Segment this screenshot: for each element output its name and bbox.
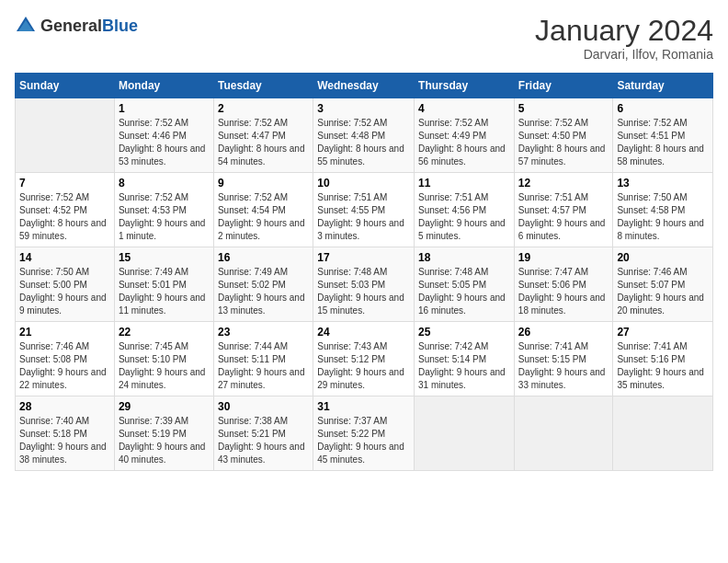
header-cell-thursday: Thursday (415, 74, 515, 98)
day-info: Sunrise: 7:52 AMSunset: 4:53 PMDaylight:… (119, 191, 210, 243)
day-number: 16 (218, 251, 309, 264)
day-info: Sunrise: 7:38 AMSunset: 5:21 PMDaylight:… (218, 415, 309, 466)
calendar-cell: 21Sunrise: 7:46 AMSunset: 5:08 PMDayligh… (16, 322, 115, 396)
day-info: Sunrise: 7:39 AMSunset: 5:19 PMDaylight:… (119, 415, 210, 466)
calendar-cell: 3Sunrise: 7:52 AMSunset: 4:48 PMDaylight… (313, 98, 415, 173)
header-cell-wednesday: Wednesday (313, 74, 415, 98)
day-number: 27 (617, 326, 709, 339)
day-info: Sunrise: 7:52 AMSunset: 4:49 PMDaylight:… (418, 117, 510, 168)
calendar-cell: 26Sunrise: 7:41 AMSunset: 5:15 PMDayligh… (514, 322, 613, 396)
location-subtitle: Darvari, Ilfov, Romania (535, 47, 713, 62)
logo: GeneralBlue (15, 15, 138, 37)
month-year-title: January 2024 (535, 15, 713, 47)
day-info: Sunrise: 7:51 AMSunset: 4:57 PMDaylight:… (518, 191, 609, 243)
calendar-cell (415, 396, 515, 471)
day-number: 17 (317, 251, 410, 264)
day-info: Sunrise: 7:52 AMSunset: 4:52 PMDaylight:… (19, 191, 110, 243)
week-row-1: 1Sunrise: 7:52 AMSunset: 4:46 PMDaylight… (16, 98, 713, 173)
calendar-cell: 16Sunrise: 7:49 AMSunset: 5:02 PMDayligh… (213, 247, 313, 322)
day-info: Sunrise: 7:50 AMSunset: 5:00 PMDaylight:… (19, 266, 110, 317)
week-row-3: 14Sunrise: 7:50 AMSunset: 5:00 PMDayligh… (16, 247, 713, 322)
day-info: Sunrise: 7:41 AMSunset: 5:15 PMDaylight:… (518, 340, 609, 392)
calendar-cell: 2Sunrise: 7:52 AMSunset: 4:47 PMDaylight… (213, 98, 313, 173)
day-info: Sunrise: 7:46 AMSunset: 5:08 PMDaylight:… (19, 340, 110, 392)
calendar-cell: 24Sunrise: 7:43 AMSunset: 5:12 PMDayligh… (313, 322, 415, 396)
calendar-cell (514, 396, 613, 471)
week-row-2: 7Sunrise: 7:52 AMSunset: 4:52 PMDaylight… (16, 173, 713, 247)
calendar-header: SundayMondayTuesdayWednesdayThursdayFrid… (16, 74, 713, 98)
calendar-cell (613, 396, 713, 471)
calendar-cell: 6Sunrise: 7:52 AMSunset: 4:51 PMDaylight… (613, 98, 713, 173)
day-number: 8 (119, 177, 210, 190)
day-number: 30 (218, 400, 309, 413)
calendar-body: 1Sunrise: 7:52 AMSunset: 4:46 PMDaylight… (16, 98, 713, 471)
logo-icon (15, 15, 37, 37)
day-number: 14 (19, 251, 110, 264)
day-info: Sunrise: 7:50 AMSunset: 4:58 PMDaylight:… (617, 191, 709, 243)
calendar-table: SundayMondayTuesdayWednesdayThursdayFrid… (15, 73, 713, 471)
calendar-cell: 11Sunrise: 7:51 AMSunset: 4:56 PMDayligh… (415, 173, 515, 247)
day-number: 24 (317, 326, 410, 339)
calendar-cell: 31Sunrise: 7:37 AMSunset: 5:22 PMDayligh… (313, 396, 415, 471)
day-number: 2 (218, 102, 309, 115)
header-cell-saturday: Saturday (613, 74, 713, 98)
calendar-cell: 25Sunrise: 7:42 AMSunset: 5:14 PMDayligh… (415, 322, 515, 396)
header-row: SundayMondayTuesdayWednesdayThursdayFrid… (16, 74, 713, 98)
day-info: Sunrise: 7:45 AMSunset: 5:10 PMDaylight:… (119, 340, 210, 392)
logo-text: GeneralBlue (40, 17, 138, 36)
day-number: 22 (119, 326, 210, 339)
header-cell-sunday: Sunday (16, 74, 115, 98)
calendar-cell: 4Sunrise: 7:52 AMSunset: 4:49 PMDaylight… (415, 98, 515, 173)
day-number: 31 (317, 400, 410, 413)
header-cell-friday: Friday (514, 74, 613, 98)
calendar-cell: 9Sunrise: 7:52 AMSunset: 4:54 PMDaylight… (213, 173, 313, 247)
day-info: Sunrise: 7:44 AMSunset: 5:11 PMDaylight:… (218, 340, 309, 392)
day-number: 23 (218, 326, 309, 339)
day-info: Sunrise: 7:51 AMSunset: 4:55 PMDaylight:… (317, 191, 410, 243)
week-row-5: 28Sunrise: 7:40 AMSunset: 5:18 PMDayligh… (16, 396, 713, 471)
day-info: Sunrise: 7:42 AMSunset: 5:14 PMDaylight:… (418, 340, 510, 392)
calendar-cell: 8Sunrise: 7:52 AMSunset: 4:53 PMDaylight… (114, 173, 213, 247)
day-info: Sunrise: 7:46 AMSunset: 5:07 PMDaylight:… (617, 266, 709, 317)
calendar-cell: 28Sunrise: 7:40 AMSunset: 5:18 PMDayligh… (16, 396, 115, 471)
day-info: Sunrise: 7:48 AMSunset: 5:05 PMDaylight:… (418, 266, 510, 317)
day-number: 5 (518, 102, 609, 115)
calendar-cell: 22Sunrise: 7:45 AMSunset: 5:10 PMDayligh… (114, 322, 213, 396)
day-number: 26 (518, 326, 609, 339)
day-number: 25 (418, 326, 510, 339)
day-number: 9 (218, 177, 309, 190)
day-info: Sunrise: 7:52 AMSunset: 4:54 PMDaylight:… (218, 191, 309, 243)
day-info: Sunrise: 7:52 AMSunset: 4:51 PMDaylight:… (617, 117, 709, 168)
day-number: 1 (119, 102, 210, 115)
calendar-cell: 30Sunrise: 7:38 AMSunset: 5:21 PMDayligh… (213, 396, 313, 471)
calendar-cell: 5Sunrise: 7:52 AMSunset: 4:50 PMDaylight… (514, 98, 613, 173)
day-number: 13 (617, 177, 709, 190)
day-number: 28 (19, 400, 110, 413)
calendar-cell: 18Sunrise: 7:48 AMSunset: 5:05 PMDayligh… (415, 247, 515, 322)
day-info: Sunrise: 7:48 AMSunset: 5:03 PMDaylight:… (317, 266, 410, 317)
title-block: January 2024 Darvari, Ilfov, Romania (535, 15, 713, 62)
day-number: 10 (317, 177, 410, 190)
calendar-cell: 23Sunrise: 7:44 AMSunset: 5:11 PMDayligh… (213, 322, 313, 396)
calendar-cell: 7Sunrise: 7:52 AMSunset: 4:52 PMDaylight… (16, 173, 115, 247)
header-cell-monday: Monday (114, 74, 213, 98)
calendar-cell: 20Sunrise: 7:46 AMSunset: 5:07 PMDayligh… (613, 247, 713, 322)
day-info: Sunrise: 7:52 AMSunset: 4:48 PMDaylight:… (317, 117, 410, 168)
calendar-cell: 15Sunrise: 7:49 AMSunset: 5:01 PMDayligh… (114, 247, 213, 322)
day-number: 4 (418, 102, 510, 115)
header-cell-tuesday: Tuesday (213, 74, 313, 98)
day-number: 15 (119, 251, 210, 264)
day-info: Sunrise: 7:49 AMSunset: 5:01 PMDaylight:… (119, 266, 210, 317)
day-info: Sunrise: 7:52 AMSunset: 4:50 PMDaylight:… (518, 117, 609, 168)
calendar-cell: 12Sunrise: 7:51 AMSunset: 4:57 PMDayligh… (514, 173, 613, 247)
calendar-cell: 10Sunrise: 7:51 AMSunset: 4:55 PMDayligh… (313, 173, 415, 247)
day-number: 6 (617, 102, 709, 115)
calendar-cell: 29Sunrise: 7:39 AMSunset: 5:19 PMDayligh… (114, 396, 213, 471)
day-number: 29 (119, 400, 210, 413)
calendar-cell: 27Sunrise: 7:41 AMSunset: 5:16 PMDayligh… (613, 322, 713, 396)
day-info: Sunrise: 7:43 AMSunset: 5:12 PMDaylight:… (317, 340, 410, 392)
day-number: 21 (19, 326, 110, 339)
day-info: Sunrise: 7:47 AMSunset: 5:06 PMDaylight:… (518, 266, 609, 317)
day-info: Sunrise: 7:37 AMSunset: 5:22 PMDaylight:… (317, 415, 410, 466)
day-info: Sunrise: 7:49 AMSunset: 5:02 PMDaylight:… (218, 266, 309, 317)
